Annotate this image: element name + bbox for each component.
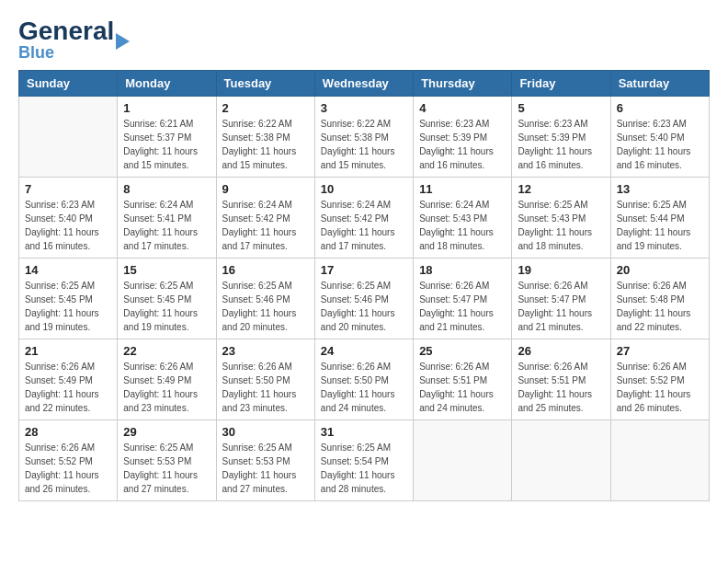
- calendar-cell-w2d2: 16Sunrise: 6:25 AM Sunset: 5:46 PM Dayli…: [216, 259, 314, 339]
- day-number: 16: [222, 263, 309, 277]
- day-info: Sunrise: 6:25 AM Sunset: 5:46 PM Dayligh…: [321, 279, 407, 334]
- logo-general: General: [18, 18, 114, 44]
- dow-header-sunday: Sunday: [19, 71, 118, 97]
- day-number: 1: [123, 101, 210, 115]
- day-info: Sunrise: 6:26 AM Sunset: 5:52 PM Dayligh…: [25, 441, 111, 496]
- day-info: Sunrise: 6:26 AM Sunset: 5:49 PM Dayligh…: [123, 360, 210, 415]
- day-info: Sunrise: 6:25 AM Sunset: 5:45 PM Dayligh…: [123, 279, 210, 334]
- day-number: 30: [222, 425, 309, 439]
- logo-blue: Blue: [18, 44, 114, 61]
- day-info: Sunrise: 6:26 AM Sunset: 5:50 PM Dayligh…: [321, 360, 407, 415]
- calendar-cell-w3d3: 24Sunrise: 6:26 AM Sunset: 5:50 PM Dayli…: [314, 339, 413, 420]
- calendar-cell-w3d4: 25Sunrise: 6:26 AM Sunset: 5:51 PM Dayli…: [414, 339, 512, 420]
- day-info: Sunrise: 6:24 AM Sunset: 5:43 PM Dayligh…: [419, 198, 506, 253]
- day-info: Sunrise: 6:23 AM Sunset: 5:39 PM Dayligh…: [419, 117, 506, 172]
- day-info: Sunrise: 6:23 AM Sunset: 5:40 PM Dayligh…: [25, 198, 111, 253]
- calendar-cell-w1d4: 11Sunrise: 6:24 AM Sunset: 5:43 PM Dayli…: [414, 178, 512, 259]
- day-number: 24: [321, 344, 407, 358]
- calendar-cell-w0d0: [19, 97, 118, 178]
- calendar-cell-w3d0: 21Sunrise: 6:26 AM Sunset: 5:49 PM Dayli…: [19, 339, 118, 420]
- calendar-cell-w1d2: 9Sunrise: 6:24 AM Sunset: 5:42 PM Daylig…: [216, 178, 314, 259]
- day-number: 17: [321, 263, 407, 277]
- page-header: General Blue: [18, 18, 710, 61]
- day-number: 26: [518, 344, 604, 358]
- calendar-cell-w1d3: 10Sunrise: 6:24 AM Sunset: 5:42 PM Dayli…: [314, 178, 413, 259]
- day-number: 8: [123, 182, 210, 196]
- day-info: Sunrise: 6:25 AM Sunset: 5:46 PM Dayligh…: [222, 279, 309, 334]
- day-number: 9: [222, 182, 309, 196]
- dow-header-wednesday: Wednesday: [314, 71, 413, 97]
- calendar-cell-w0d5: 5Sunrise: 6:23 AM Sunset: 5:39 PM Daylig…: [512, 97, 610, 178]
- calendar-cell-w4d2: 30Sunrise: 6:25 AM Sunset: 5:53 PM Dayli…: [216, 420, 314, 501]
- calendar-cell-w3d1: 22Sunrise: 6:26 AM Sunset: 5:49 PM Dayli…: [118, 339, 216, 420]
- calendar-cell-w4d4: [414, 420, 512, 501]
- day-number: 5: [518, 101, 604, 115]
- calendar-cell-w0d4: 4Sunrise: 6:23 AM Sunset: 5:39 PM Daylig…: [414, 97, 512, 178]
- day-info: Sunrise: 6:25 AM Sunset: 5:44 PM Dayligh…: [617, 198, 703, 253]
- day-number: 27: [617, 344, 703, 358]
- day-number: 4: [419, 101, 506, 115]
- day-info: Sunrise: 6:24 AM Sunset: 5:42 PM Dayligh…: [222, 198, 309, 253]
- day-info: Sunrise: 6:26 AM Sunset: 5:49 PM Dayligh…: [25, 360, 111, 415]
- day-number: 21: [25, 344, 111, 358]
- day-info: Sunrise: 6:26 AM Sunset: 5:51 PM Dayligh…: [518, 360, 604, 415]
- calendar-cell-w1d6: 13Sunrise: 6:25 AM Sunset: 5:44 PM Dayli…: [610, 178, 709, 259]
- day-info: Sunrise: 6:26 AM Sunset: 5:47 PM Dayligh…: [518, 279, 604, 334]
- day-number: 6: [617, 101, 703, 115]
- day-number: 11: [419, 182, 506, 196]
- day-number: 13: [617, 182, 703, 196]
- day-info: Sunrise: 6:26 AM Sunset: 5:48 PM Dayligh…: [617, 279, 703, 334]
- calendar-cell-w0d3: 3Sunrise: 6:22 AM Sunset: 5:38 PM Daylig…: [314, 97, 413, 178]
- day-info: Sunrise: 6:26 AM Sunset: 5:52 PM Dayligh…: [617, 360, 703, 415]
- calendar-table: SundayMondayTuesdayWednesdayThursdayFrid…: [18, 70, 710, 501]
- dow-header-saturday: Saturday: [610, 71, 709, 97]
- day-info: Sunrise: 6:23 AM Sunset: 5:40 PM Dayligh…: [617, 117, 703, 172]
- calendar-cell-w4d6: [610, 420, 709, 501]
- day-info: Sunrise: 6:22 AM Sunset: 5:38 PM Dayligh…: [321, 117, 407, 172]
- calendar-cell-w3d6: 27Sunrise: 6:26 AM Sunset: 5:52 PM Dayli…: [610, 339, 709, 420]
- day-info: Sunrise: 6:25 AM Sunset: 5:53 PM Dayligh…: [222, 441, 309, 496]
- calendar-cell-w2d1: 15Sunrise: 6:25 AM Sunset: 5:45 PM Dayli…: [118, 259, 216, 339]
- calendar-cell-w2d0: 14Sunrise: 6:25 AM Sunset: 5:45 PM Dayli…: [19, 259, 118, 339]
- calendar-cell-w4d0: 28Sunrise: 6:26 AM Sunset: 5:52 PM Dayli…: [19, 420, 118, 501]
- dow-header-thursday: Thursday: [414, 71, 512, 97]
- day-number: 28: [25, 425, 111, 439]
- day-info: Sunrise: 6:25 AM Sunset: 5:45 PM Dayligh…: [25, 279, 111, 334]
- day-number: 14: [25, 263, 111, 277]
- calendar-cell-w0d1: 1Sunrise: 6:21 AM Sunset: 5:37 PM Daylig…: [118, 97, 216, 178]
- day-info: Sunrise: 6:22 AM Sunset: 5:38 PM Dayligh…: [222, 117, 309, 172]
- day-number: 15: [123, 263, 210, 277]
- calendar-cell-w2d6: 20Sunrise: 6:26 AM Sunset: 5:48 PM Dayli…: [610, 259, 709, 339]
- dow-header-monday: Monday: [118, 71, 216, 97]
- day-number: 3: [321, 101, 407, 115]
- calendar-cell-w3d2: 23Sunrise: 6:26 AM Sunset: 5:50 PM Dayli…: [216, 339, 314, 420]
- day-number: 12: [518, 182, 604, 196]
- day-info: Sunrise: 6:26 AM Sunset: 5:50 PM Dayligh…: [222, 360, 309, 415]
- logo: General Blue: [18, 18, 130, 61]
- day-info: Sunrise: 6:26 AM Sunset: 5:47 PM Dayligh…: [419, 279, 506, 334]
- calendar-cell-w1d0: 7Sunrise: 6:23 AM Sunset: 5:40 PM Daylig…: [19, 178, 118, 259]
- day-number: 18: [419, 263, 506, 277]
- day-number: 7: [25, 182, 111, 196]
- day-number: 20: [617, 263, 703, 277]
- calendar-cell-w2d5: 19Sunrise: 6:26 AM Sunset: 5:47 PM Dayli…: [512, 259, 610, 339]
- day-info: Sunrise: 6:24 AM Sunset: 5:42 PM Dayligh…: [321, 198, 407, 253]
- logo-arrow-icon: [116, 33, 130, 50]
- calendar-cell-w2d3: 17Sunrise: 6:25 AM Sunset: 5:46 PM Dayli…: [314, 259, 413, 339]
- calendar-cell-w4d1: 29Sunrise: 6:25 AM Sunset: 5:53 PM Dayli…: [118, 420, 216, 501]
- day-number: 10: [321, 182, 407, 196]
- dow-header-tuesday: Tuesday: [216, 71, 314, 97]
- day-number: 23: [222, 344, 309, 358]
- day-number: 22: [123, 344, 210, 358]
- day-info: Sunrise: 6:21 AM Sunset: 5:37 PM Dayligh…: [123, 117, 210, 172]
- dow-header-friday: Friday: [512, 71, 610, 97]
- day-number: 29: [123, 425, 210, 439]
- day-number: 2: [222, 101, 309, 115]
- calendar-cell-w1d1: 8Sunrise: 6:24 AM Sunset: 5:41 PM Daylig…: [118, 178, 216, 259]
- day-info: Sunrise: 6:26 AM Sunset: 5:51 PM Dayligh…: [419, 360, 506, 415]
- calendar-cell-w3d5: 26Sunrise: 6:26 AM Sunset: 5:51 PM Dayli…: [512, 339, 610, 420]
- day-number: 25: [419, 344, 506, 358]
- day-info: Sunrise: 6:25 AM Sunset: 5:43 PM Dayligh…: [518, 198, 604, 253]
- day-info: Sunrise: 6:23 AM Sunset: 5:39 PM Dayligh…: [518, 117, 604, 172]
- calendar-cell-w0d2: 2Sunrise: 6:22 AM Sunset: 5:38 PM Daylig…: [216, 97, 314, 178]
